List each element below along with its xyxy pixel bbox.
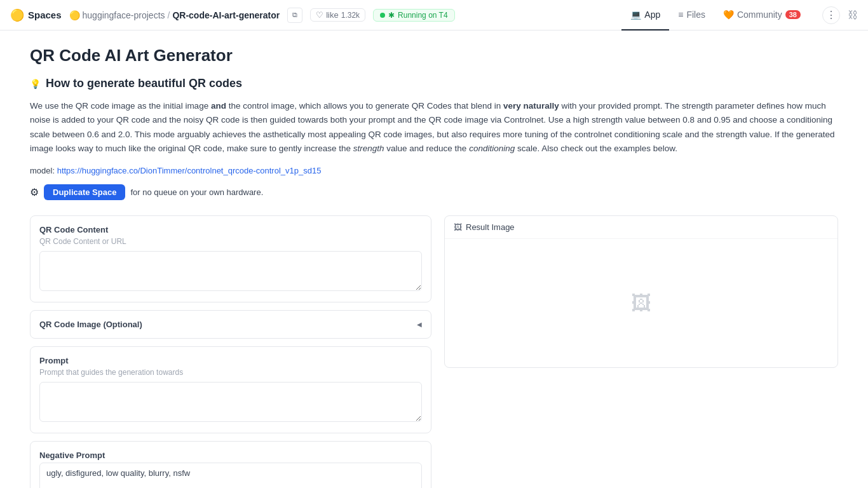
result-body: 🖼 bbox=[445, 239, 837, 367]
bold-and: and bbox=[211, 101, 226, 111]
two-column-layout: QR Code Content QR Code Content or URL Q… bbox=[30, 215, 838, 488]
path-slash: / bbox=[168, 10, 170, 20]
tab-app-label: App bbox=[644, 10, 660, 20]
heart-icon: ♡ bbox=[316, 10, 323, 20]
like-label: like bbox=[326, 10, 339, 20]
like-button[interactable]: ♡ like 1.32k bbox=[310, 8, 365, 22]
tab-app[interactable]: 💻 App bbox=[621, 0, 669, 30]
org-emoji: 🟡 bbox=[69, 10, 80, 20]
qr-image-header[interactable]: QR Code Image (Optional) ◀ bbox=[31, 311, 431, 338]
qr-content-label: QR Code Content bbox=[39, 225, 422, 234]
app-icon: 💻 bbox=[630, 10, 641, 20]
left-column: QR Code Content QR Code Content or URL Q… bbox=[30, 215, 431, 488]
description-paragraph: We use the QR code image as the initial … bbox=[30, 99, 838, 156]
how-to-section: 💡 How to generate beautiful QR codes bbox=[30, 77, 838, 90]
more-icon: ⋮ bbox=[826, 9, 836, 21]
files-icon: ≡ bbox=[678, 10, 683, 20]
main-content: QR Code AI Art Generator 💡 How to genera… bbox=[15, 30, 853, 488]
main-tabs: 💻 App ≡ Files 🧡 Community 38 bbox=[621, 0, 810, 30]
result-panel: 🖼 Result Image 🖼 bbox=[444, 215, 838, 368]
qr-content-input[interactable] bbox=[39, 251, 422, 291]
tab-files-label: Files bbox=[686, 10, 705, 20]
tab-community-label: Community bbox=[737, 10, 782, 20]
copy-link-button[interactable]: ⧉ bbox=[287, 8, 302, 23]
duplicate-space-button[interactable]: Duplicate Space bbox=[44, 184, 125, 200]
tab-files[interactable]: ≡ Files bbox=[669, 0, 714, 30]
running-badge: ✱ Running on T4 bbox=[373, 9, 455, 22]
spaces-label: Spaces bbox=[28, 10, 62, 20]
negative-prompt-label: Negative Prompt bbox=[39, 451, 422, 460]
qr-content-sublabel: QR Code Content or URL bbox=[39, 237, 422, 246]
bold-naturally: very naturally bbox=[503, 101, 559, 111]
duplicate-text: for no queue on your own hardware. bbox=[130, 187, 263, 197]
duplicate-space-icon: ⚙ bbox=[30, 186, 39, 198]
copy-icon: ⧉ bbox=[292, 11, 297, 19]
qr-image-label: QR Code Image (Optional) bbox=[39, 320, 142, 329]
italic-conditioning: conditioning bbox=[469, 144, 515, 153]
top-navigation: 🟡 Spaces 🟡 huggingface-projects / QR-cod… bbox=[0, 0, 868, 30]
page-title: QR Code AI Art Generator bbox=[30, 46, 838, 65]
how-to-heading: How to generate beautiful QR codes bbox=[46, 77, 242, 90]
result-placeholder-icon: 🖼 bbox=[631, 292, 651, 315]
result-header-label: Result Image bbox=[466, 222, 515, 232]
running-label: ✱ bbox=[388, 11, 395, 20]
spaces-brand[interactable]: 🟡 Spaces bbox=[10, 8, 62, 22]
model-prefix: model: bbox=[30, 166, 55, 175]
like-count: 1.32k bbox=[341, 11, 360, 20]
model-link[interactable]: https://huggingface.co/DionTimmer/contro… bbox=[57, 166, 322, 175]
how-to-emoji: 💡 bbox=[30, 79, 41, 89]
qr-image-panel: QR Code Image (Optional) ◀ bbox=[30, 310, 431, 339]
qr-content-panel: QR Code Content QR Code Content or URL bbox=[30, 215, 431, 302]
breadcrumb-path: 🟡 huggingface-projects / QR-code-AI-art-… bbox=[69, 10, 280, 20]
running-dot-icon bbox=[380, 13, 385, 18]
prompt-sublabel: Prompt that guides the generation toward… bbox=[39, 368, 422, 377]
tab-community[interactable]: 🧡 Community 38 bbox=[714, 0, 810, 30]
running-text: Running on T4 bbox=[398, 11, 448, 20]
more-options-button[interactable]: ⋮ bbox=[822, 6, 840, 24]
negative-prompt-panel: Negative Prompt bbox=[30, 441, 431, 488]
prompt-input[interactable] bbox=[39, 382, 422, 422]
right-column: 🖼 Result Image 🖼 bbox=[444, 215, 838, 488]
repo-name: QR-code-AI-art-generator bbox=[172, 10, 280, 20]
negative-prompt-input[interactable] bbox=[39, 463, 422, 488]
prompt-label: Prompt bbox=[39, 356, 422, 365]
community-badge-count: 38 bbox=[785, 10, 801, 19]
prompt-panel: Prompt Prompt that guides the generation… bbox=[30, 346, 431, 433]
spaces-emoji: 🟡 bbox=[10, 8, 24, 22]
italic-strength: strength bbox=[353, 144, 384, 153]
duplicate-row: ⚙ Duplicate Space for no queue on your o… bbox=[30, 184, 838, 200]
org-link[interactable]: huggingface-projects bbox=[83, 10, 165, 20]
result-image-icon: 🖼 bbox=[454, 222, 462, 232]
community-icon: 🧡 bbox=[723, 10, 734, 20]
collapse-arrow-icon: ◀ bbox=[417, 321, 422, 328]
external-link-icon: ⛓ bbox=[848, 10, 858, 21]
result-header: 🖼 Result Image bbox=[445, 216, 837, 239]
model-line: model: https://huggingface.co/DionTimmer… bbox=[30, 166, 838, 175]
